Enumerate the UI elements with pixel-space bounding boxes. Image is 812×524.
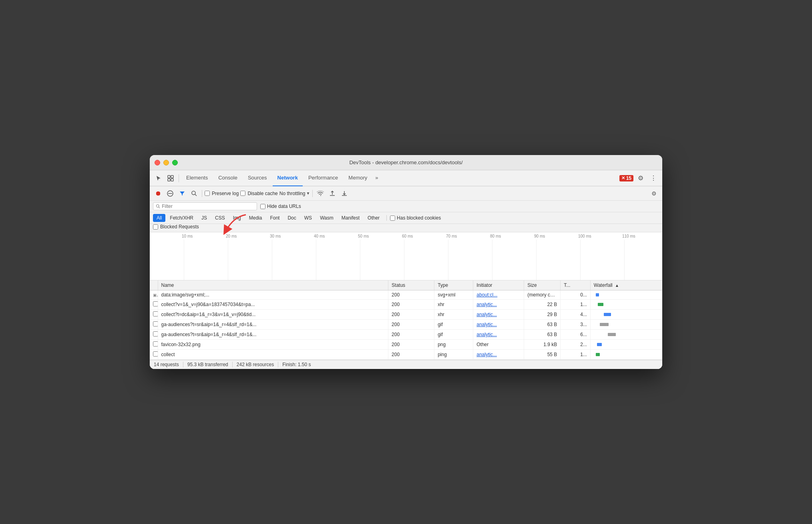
more-icon[interactable]: ⋮	[648, 173, 659, 184]
blocked-requests-checkbox[interactable]	[153, 224, 158, 230]
tab-network[interactable]: Network	[273, 170, 303, 186]
table-row[interactable]: ga-audiences?t=sr&aip=1&_r=4&slf_rd=1&..…	[150, 320, 662, 330]
row-checkbox[interactable]	[153, 311, 158, 316]
th-status[interactable]: Status	[388, 280, 434, 290]
table-row[interactable]: favicon-32x32.png200pngOther1.9 kB2...	[150, 340, 662, 350]
cell-size: (memory cache)	[524, 290, 561, 300]
table-row[interactable]: ▣data:image/svg+xml;...200svg+xmlabout:c…	[150, 290, 662, 300]
filter-input[interactable]	[162, 204, 254, 209]
tab-console[interactable]: Console	[213, 170, 242, 186]
filter-pill-fetch-xhr[interactable]: Fetch/XHR	[166, 214, 197, 222]
minimize-button[interactable]	[163, 160, 169, 165]
filter-pill-ws[interactable]: WS	[301, 214, 316, 222]
cell-name[interactable]: collect?v=1&_v=j90&a=1837457034&t=pa...	[158, 300, 388, 310]
ruler-line-6	[404, 240, 404, 280]
cell-initiator[interactable]: Other	[473, 340, 524, 350]
table-row[interactable]: collect?t=dc&aip=1&_r=3&v=1&_v=j90&tid..…	[150, 310, 662, 320]
upload-icon[interactable]	[327, 188, 338, 199]
filter-pill-media[interactable]: Media	[245, 214, 266, 222]
filter-pill-img[interactable]: Img	[229, 214, 245, 222]
cell-name[interactable]: data:image/svg+xml;...	[158, 290, 388, 300]
cell-name[interactable]: ga-audiences?t=sr&aip=1&_r=4&slf_rd=1&..…	[158, 330, 388, 340]
disable-cache-label[interactable]: Disable cache	[240, 191, 277, 196]
row-checkbox[interactable]	[153, 301, 158, 306]
hide-data-urls-checkbox[interactable]	[260, 204, 265, 209]
cell-initiator[interactable]: analytic...	[473, 310, 524, 320]
filter-pill-js[interactable]: JS	[198, 214, 211, 222]
cell-type: gif	[434, 320, 473, 330]
inspect-icon[interactable]	[165, 173, 176, 184]
svg-rect-3	[171, 179, 173, 181]
tab-more[interactable]: »	[373, 170, 380, 186]
filter-pill-all[interactable]: All	[153, 214, 165, 222]
network-table-container[interactable]: Name Status Type Initiator Size T... Wat…	[150, 280, 662, 360]
filter-button[interactable]	[177, 188, 187, 199]
cell-initiator[interactable]: about:cl...	[473, 290, 524, 300]
cell-name[interactable]: collect?t=dc&aip=1&_r=3&v=1&_v=j90&tid..…	[158, 310, 388, 320]
cell-name[interactable]: ga-audiences?t=sr&aip=1&_r=4&slf_rd=1&..…	[158, 320, 388, 330]
cell-initiator[interactable]: analytic...	[473, 300, 524, 310]
hide-data-urls-label[interactable]: Hide data URLs	[260, 204, 301, 209]
maximize-button[interactable]	[172, 160, 178, 165]
download-icon[interactable]	[339, 188, 350, 199]
filter-bar: Hide data URLs	[150, 201, 662, 212]
th-size[interactable]: Size	[524, 280, 561, 290]
tab-memory[interactable]: Memory	[344, 170, 372, 186]
row-checkbox[interactable]	[153, 351, 158, 357]
filter-pill-font[interactable]: Font	[266, 214, 283, 222]
has-blocked-cookies-checkbox[interactable]	[390, 216, 395, 221]
status-requests: 14 requests	[154, 362, 179, 367]
wifi-icon[interactable]	[315, 188, 326, 199]
svg-point-8	[156, 205, 159, 208]
status-transferred: 95.3 kB transferred	[187, 362, 228, 367]
cell-waterfall	[590, 310, 662, 320]
throttle-select-wrap[interactable]: No throttling ▼	[279, 191, 310, 196]
cell-name[interactable]: collect	[158, 350, 388, 360]
filter-pill-doc[interactable]: Doc	[284, 214, 299, 222]
filter-pill-other[interactable]: Other	[364, 214, 383, 222]
preserve-log-label[interactable]: Preserve log	[205, 191, 239, 196]
ruler-70ms: 70 ms	[446, 234, 457, 238]
th-initiator[interactable]: Initiator	[473, 280, 524, 290]
th-time[interactable]: T...	[561, 280, 590, 290]
window-title: DevTools - developer.chrome.com/docs/dev…	[349, 159, 462, 165]
tab-elements[interactable]: Elements	[181, 170, 213, 186]
cell-initiator[interactable]: analytic...	[473, 330, 524, 340]
table-row[interactable]: collect?v=1&_v=j90&a=1837457034&t=pa...2…	[150, 300, 662, 310]
has-blocked-cookies-label[interactable]: Has blocked cookies	[390, 215, 441, 221]
table-row[interactable]: collect200pinganalytic...55 B1...	[150, 350, 662, 360]
record-button[interactable]: ⏺	[153, 188, 163, 199]
filter-input-wrap	[153, 202, 257, 210]
filter-pill-wasm[interactable]: Wasm	[316, 214, 337, 222]
cell-initiator[interactable]: analytic...	[473, 320, 524, 330]
cursor-icon[interactable]	[153, 173, 164, 184]
cell-type: xhr	[434, 310, 473, 320]
preserve-log-checkbox[interactable]	[205, 191, 210, 196]
th-name[interactable]: Name	[158, 280, 388, 290]
disable-cache-checkbox[interactable]	[240, 191, 245, 196]
network-table: Name Status Type Initiator Size T... Wat…	[150, 280, 662, 360]
th-type[interactable]: Type	[434, 280, 473, 290]
cell-name[interactable]: favicon-32x32.png	[158, 340, 388, 350]
row-checkbox[interactable]	[153, 321, 158, 326]
cell-initiator[interactable]: analytic...	[473, 350, 524, 360]
row-checkbox[interactable]	[153, 331, 158, 337]
tab-performance[interactable]: Performance	[303, 170, 343, 186]
search-button[interactable]	[189, 188, 199, 199]
table-row[interactable]: ga-audiences?t=sr&aip=1&_r=4&slf_rd=1&..…	[150, 330, 662, 340]
table-header-row: Name Status Type Initiator Size T... Wat…	[150, 280, 662, 290]
row-checkbox[interactable]	[153, 341, 158, 347]
settings-icon[interactable]: ⚙	[635, 173, 646, 184]
cell-time: 2...	[561, 340, 590, 350]
clear-button[interactable]	[165, 188, 175, 199]
svg-line-9	[159, 207, 160, 208]
close-button[interactable]	[155, 160, 160, 165]
tab-sources[interactable]: Sources	[243, 170, 272, 186]
filter-pill-manifest[interactable]: Manifest	[338, 214, 363, 222]
th-waterfall[interactable]: Waterfall ▲	[590, 280, 662, 290]
filter-pill-css[interactable]: CSS	[211, 214, 229, 222]
network-settings-icon[interactable]: ⚙	[649, 188, 659, 199]
cell-time: 4...	[561, 310, 590, 320]
ruler-line-4	[316, 240, 316, 280]
toolbar-sep-2	[312, 190, 313, 197]
